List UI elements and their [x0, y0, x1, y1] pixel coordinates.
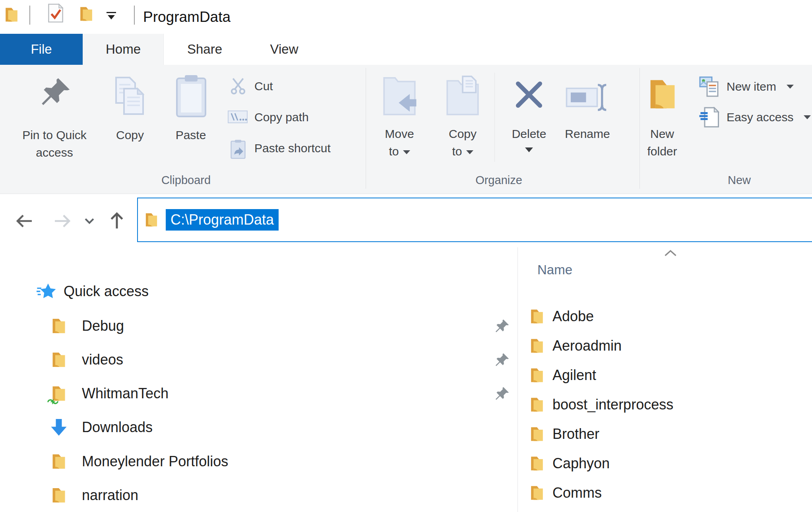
sidebar-section-label: Quick access [64, 283, 149, 300]
sync-overlay-icon [47, 398, 59, 405]
sort-ascending-chevron-icon [664, 250, 677, 257]
cut-icon[interactable] [229, 77, 247, 95]
tab-share[interactable]: Share [163, 34, 246, 65]
paste-icon[interactable] [174, 74, 209, 120]
address-bar-input[interactable]: C:\ProgramData [137, 198, 812, 242]
ribbon-home: Pin to Quickaccess Copy Paste Cut [0, 65, 812, 194]
column-header-name[interactable]: Name [537, 262, 572, 277]
forward-icon[interactable] [53, 214, 71, 228]
file-row-aeroadmin[interactable]: Aeroadmin [529, 334, 807, 358]
new-item-icon [699, 76, 720, 97]
file-explorer-window: ProgramData File Home Share View Pin to … [0, 0, 812, 512]
dropdown-caret-icon [787, 85, 794, 89]
back-icon[interactable] [16, 214, 33, 228]
pin-to-quick-access-icon[interactable] [39, 77, 71, 109]
sidebar-item-debug[interactable]: Debug [0, 313, 513, 339]
copy-to-icon[interactable] [444, 74, 482, 118]
paste-shortcut-button[interactable]: Paste shortcut [254, 140, 331, 156]
file-row-agilent[interactable]: Agilent [529, 363, 807, 388]
folder-icon [529, 485, 545, 501]
ribbon-cluster-separator [494, 73, 495, 162]
file-row-brother[interactable]: Brother [529, 422, 807, 446]
navigation-bar: C:\ProgramData [0, 194, 812, 246]
tab-view[interactable]: View [246, 34, 322, 65]
up-icon[interactable] [109, 211, 125, 231]
new-folder-qat-icon[interactable] [78, 6, 95, 22]
folder-icon [529, 308, 545, 325]
properties-check-document-icon[interactable] [48, 3, 64, 23]
sidebar-item-quick-access[interactable]: Quick access [0, 278, 513, 304]
group-label-organize: Organize [447, 173, 550, 187]
qat-separator [29, 6, 30, 25]
dropdown-caret-icon [525, 147, 533, 152]
pin-to-quick-access-button[interactable]: Pin to Quickaccess [11, 126, 98, 161]
ribbon-tab-strip: File Home Share View [0, 34, 812, 65]
dropdown-caret-icon [804, 115, 811, 119]
easy-access-icon [699, 107, 720, 128]
group-label-new: New [688, 173, 791, 187]
paste-button[interactable]: Paste [147, 126, 234, 144]
pinned-icon [494, 386, 510, 401]
sidebar-item-whitmantech[interactable]: WhitmanTech [0, 380, 513, 407]
group-label-clipboard: Clipboard [134, 173, 238, 187]
folder-icon [50, 317, 68, 335]
cut-button[interactable]: Cut [254, 78, 273, 94]
address-path-selected-text: C:\ProgramData [166, 209, 279, 231]
customize-toolbar-dropdown-icon[interactable] [107, 12, 117, 21]
quick-access-star-icon [37, 283, 56, 300]
folder-icon [50, 351, 68, 368]
new-folder-button[interactable]: Newfolder [618, 125, 706, 160]
address-folder-icon [143, 212, 159, 228]
window-folder-icon [3, 6, 20, 23]
tab-file[interactable]: File [0, 34, 83, 65]
title-separator [134, 6, 135, 25]
downloads-arrow-icon [49, 418, 68, 437]
folder-icon [529, 455, 545, 472]
rename-button[interactable]: Rename [544, 125, 631, 143]
file-row-caphyon[interactable]: Caphyon [529, 451, 807, 476]
pinned-icon [494, 319, 510, 334]
copy-icon[interactable] [111, 75, 149, 120]
easy-access-button[interactable]: Easy access [699, 106, 811, 129]
pinned-icon [494, 353, 510, 368]
recent-locations-chevron-icon[interactable] [84, 218, 95, 225]
file-row-adobe[interactable]: Adobe [529, 304, 807, 329]
move-to-icon[interactable] [380, 74, 419, 118]
tab-home[interactable]: Home [83, 34, 164, 65]
dropdown-caret-icon [466, 150, 473, 154]
folder-icon [50, 453, 68, 470]
sidebar-item-downloads[interactable]: Downloads [0, 414, 513, 440]
window-title: ProgramData [143, 0, 231, 34]
delete-icon[interactable] [512, 78, 546, 112]
paste-shortcut-icon[interactable] [230, 139, 246, 159]
rename-icon[interactable] [565, 79, 610, 116]
sidebar-item-narration[interactable]: narration [0, 482, 513, 508]
pane-separator [517, 247, 518, 512]
folder-icon [529, 396, 545, 413]
folder-icon [529, 367, 545, 384]
file-row-boost-interprocess[interactable]: boost_interprocess [529, 392, 807, 417]
title-bar: ProgramData [0, 0, 812, 34]
new-item-button[interactable]: New item [699, 75, 794, 98]
sidebar-item-videos[interactable]: videos [0, 347, 513, 373]
dropdown-caret-icon [403, 150, 410, 154]
copy-path-icon[interactable] [227, 110, 248, 124]
folder-icon [529, 426, 545, 442]
folder-icon [50, 487, 68, 504]
folder-icon [529, 337, 545, 354]
new-folder-icon[interactable] [645, 74, 680, 114]
copy-path-button[interactable]: Copy path [254, 109, 309, 125]
file-row-comms[interactable]: Comms [529, 481, 807, 505]
sidebar-item-moneylender-portfolios[interactable]: Moneylender Portfolios [0, 448, 513, 475]
